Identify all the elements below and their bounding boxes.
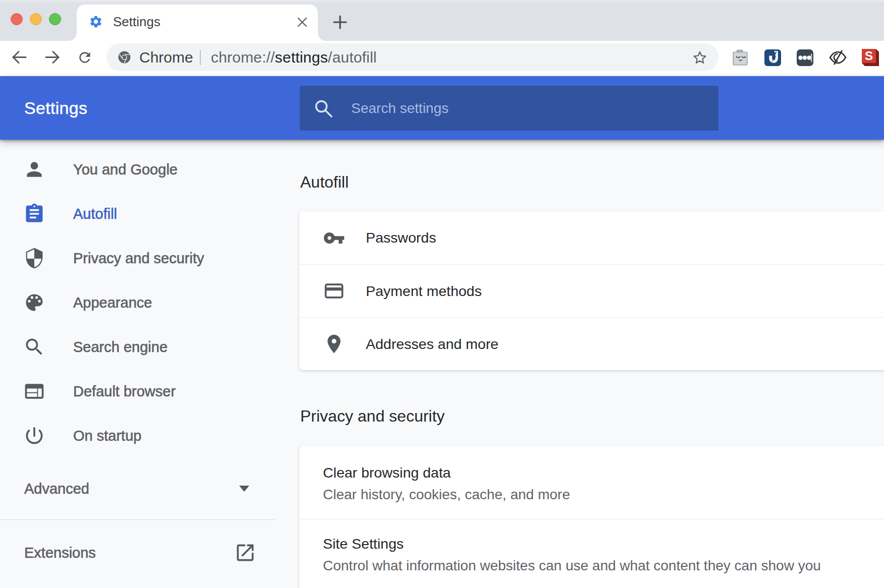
svg-text:S: S [865,49,873,63]
